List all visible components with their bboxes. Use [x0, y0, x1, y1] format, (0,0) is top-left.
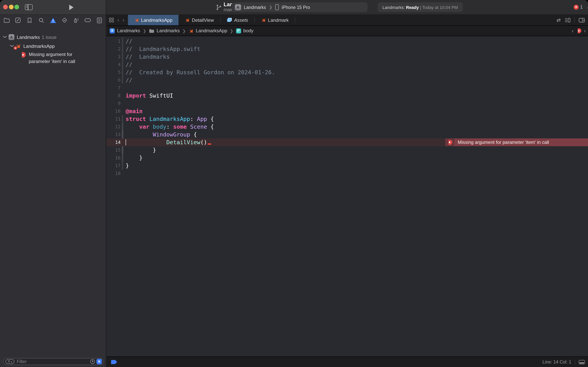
breadcrumb-separator: ❯ [182, 29, 186, 33]
git-branch-icon [216, 4, 221, 10]
line-number: 14 [107, 138, 121, 146]
filter-field[interactable]: ☰▾ Filter ✕ [3, 358, 103, 365]
swift-icon [134, 17, 139, 23]
go-back-chevron-icon[interactable]: ‹ [118, 17, 119, 23]
disclosure-chevron-icon[interactable]: ❯ [10, 44, 14, 48]
project-app-icon: A [8, 34, 14, 40]
scheme-project-name[interactable]: Landmarks [244, 5, 266, 9]
tab-detailview[interactable]: DetailView [179, 15, 220, 25]
breakpoint-navigator-icon[interactable] [84, 17, 91, 24]
inline-error-annotation[interactable]: Missing argument for parameter 'item' in… [445, 138, 588, 146]
issue-stepper: ‹ ✕ › [572, 28, 586, 34]
breadcrumb-item-landmarks[interactable]: Landmarks [149, 28, 180, 33]
code-text: // Landmarks [126, 53, 170, 61]
code-text: @main [126, 107, 143, 115]
code-line-8[interactable]: 8import SwiftUI [107, 92, 588, 100]
toolbar-sidebar-section [0, 0, 106, 15]
source-code-editor[interactable]: 1//2// LandmarksApp.swift3// Landmarks4/… [107, 36, 588, 357]
navigator-sidebar: ❯ A Landmarks 1 issue ❯ ✕ LandmarksApp M… [0, 15, 106, 367]
breadcrumb-item-landmarks[interactable]: ALandmarks [110, 28, 140, 33]
chevron-right-icon: ❯ [269, 5, 272, 9]
show-only-errors-toggle[interactable]: ✕ [96, 359, 102, 364]
recent-files-clock-icon[interactable] [90, 359, 95, 364]
code-line-18[interactable]: 18 [107, 169, 588, 177]
breadcrumb-item-body[interactable]: Pbody [236, 28, 253, 33]
tree-row-project[interactable]: ❯ A Landmarks 1 issue [3, 34, 57, 40]
tree-row-group[interactable]: ❯ ✕ LandmarksApp [10, 43, 55, 49]
debug-navigator-icon[interactable] [73, 17, 80, 24]
code-line-4[interactable]: 4// [107, 61, 588, 68]
line-number: 6 [107, 76, 121, 84]
error-octagon-icon [20, 52, 26, 58]
line-number: 18 [107, 169, 121, 177]
related-items-grid-icon[interactable] [109, 17, 114, 23]
code-line-16[interactable]: 16 } [107, 154, 588, 162]
cloud-sync-icon[interactable] [587, 4, 588, 10]
breakpoints-toggle-icon[interactable] [111, 360, 117, 364]
code-line-15[interactable]: 15 } [107, 146, 588, 154]
line-number: 12 [107, 123, 121, 131]
error-badge-icon: ✕ [14, 46, 17, 50]
navigator-toggle-icon[interactable] [25, 4, 33, 10]
issue-text-line2: parameter 'item' in call [29, 58, 75, 65]
code-line-13[interactable]: 13 WindowGroup { [107, 131, 588, 138]
code-line-17[interactable]: 17} [107, 162, 588, 169]
close-window-button[interactable] [3, 5, 8, 9]
code-text: } [126, 146, 156, 154]
disclosure-chevron-icon[interactable]: ❯ [3, 35, 7, 39]
next-issue-chevron-icon[interactable]: › [584, 28, 586, 34]
code-review-arrows-icon[interactable]: ⇄ [556, 17, 561, 23]
search-navigator-icon[interactable] [38, 17, 44, 24]
split-editor-icon[interactable] [579, 18, 585, 22]
code-line-5[interactable]: 5// Created by Russell Gordon on 2024-01… [107, 68, 588, 76]
code-line-11[interactable]: 11struct LandmarksApp: App { [107, 115, 588, 123]
code-line-14[interactable]: 14 DetailView()Missing argument for para… [107, 138, 588, 146]
code-text: // LandmarksApp.swift [126, 45, 200, 53]
issue-text-line1: Missing argument for [29, 51, 75, 58]
code-text: WindowGroup { [126, 131, 197, 138]
code-line-9[interactable]: 9 [107, 100, 588, 107]
report-navigator-icon[interactable] [96, 17, 103, 24]
editor-options-minimap-icon[interactable] [565, 18, 571, 22]
line-number: 13 [107, 131, 121, 138]
minimize-window-button[interactable] [9, 5, 13, 9]
issue-navigator-icon-selected[interactable] [50, 17, 56, 24]
filter-input[interactable]: Filter [17, 359, 90, 364]
code-line-10[interactable]: 10@main [107, 107, 588, 115]
editor-tab-bar: ‹ › LandmarksAppDetailViewAssetsLandmark… [107, 15, 588, 26]
code-line-6[interactable]: 6// [107, 76, 588, 84]
project-navigator-folder-icon[interactable] [3, 17, 10, 24]
swift-icon [188, 28, 193, 33]
run-button[interactable] [69, 5, 74, 10]
zoom-window-button[interactable] [14, 5, 19, 9]
code-line-2[interactable]: 2// LandmarksApp.swift [107, 45, 588, 53]
tab-assets[interactable]: Assets [220, 15, 254, 25]
line-number: 10 [107, 107, 121, 115]
activity-status: Landmarks: Ready | Today at 10:04 PM [378, 2, 463, 12]
swift-icon [185, 17, 190, 23]
run-destination[interactable]: iPhone 15 Pro [282, 5, 310, 9]
line-number: 16 [107, 154, 121, 162]
tab-landmarksapp[interactable]: LandmarksApp [128, 15, 178, 25]
tab-landmark[interactable]: Landmark [255, 15, 295, 25]
code-line-3[interactable]: 3// Landmarks [107, 53, 588, 61]
tree-row-issue[interactable]: Missing argument for parameter 'item' in… [20, 51, 75, 65]
code-text: // [126, 61, 132, 68]
bookmark-navigator-icon[interactable] [26, 17, 33, 24]
source-control-navigator-icon[interactable] [15, 17, 21, 24]
error-count[interactable]: 1 [580, 5, 583, 9]
breadcrumb-item-landmarksapp[interactable]: LandmarksApp [188, 28, 227, 33]
code-line-12[interactable]: 12 var body: some Scene { [107, 123, 588, 131]
test-navigator-icon[interactable] [61, 17, 68, 24]
error-octagon-icon[interactable]: ✕ [576, 28, 581, 33]
group-name: LandmarksApp [23, 43, 55, 49]
code-line-7[interactable]: 7 [107, 84, 588, 92]
breadcrumb-label: body [243, 28, 253, 33]
error-badge-icon[interactable]: ✕ [574, 5, 579, 10]
filter-options-icon[interactable]: ☰▾ [5, 359, 14, 364]
debug-area-toggle-icon[interactable] [579, 360, 585, 364]
previous-issue-chevron-icon[interactable]: ‹ [572, 28, 574, 34]
code-line-1[interactable]: 1// [107, 37, 588, 45]
go-forward-chevron-icon[interactable]: › [123, 17, 125, 23]
scheme-selector[interactable]: A Landmarks ❯ iPhone 15 Pro [232, 2, 368, 12]
